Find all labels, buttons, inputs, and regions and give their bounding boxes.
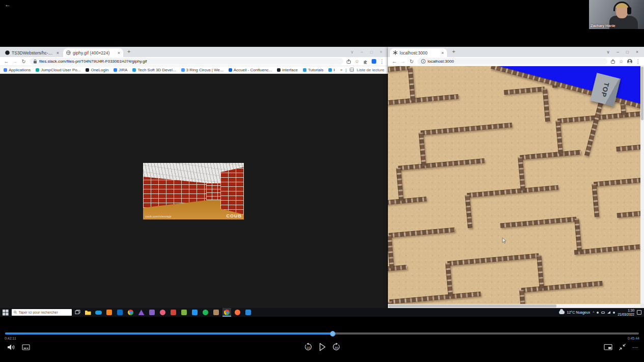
battery-icon[interactable] <box>601 312 605 314</box>
tab-giphy[interactable]: giphy.gif (400×224) × <box>63 48 123 57</box>
kebab-menu-icon[interactable]: ⋮ <box>636 59 641 64</box>
seek-handle[interactable] <box>330 331 335 337</box>
back-arrow-icon[interactable]: ← <box>5 1 11 8</box>
url-text: files.slack.com/files-pri/T04N79IJ4R-F03… <box>39 59 147 64</box>
tray-status-icon[interactable] <box>597 312 599 314</box>
task-view-icon[interactable] <box>75 310 80 315</box>
maze-3d-page[interactable]: TOP <box>388 66 644 308</box>
taskbar-app-jumpcloud[interactable] <box>105 308 114 317</box>
maximize-button[interactable]: □ <box>623 49 632 54</box>
bookmark-tutorials[interactable]: Tutorials <box>303 68 323 72</box>
maximize-button[interactable]: □ <box>367 49 376 54</box>
more-options-icon[interactable]: ⋯ <box>632 345 638 350</box>
start-button[interactable] <box>3 310 9 316</box>
exit-fullscreen-icon[interactable] <box>619 343 626 351</box>
scrollbar-thumb[interactable] <box>641 67 643 120</box>
taskbar-app-file-explorer[interactable] <box>83 308 92 317</box>
taskbar-app-app-blue[interactable] <box>244 308 253 317</box>
taskbar-app-visual-studio[interactable] <box>148 308 156 317</box>
maze-wall <box>445 263 453 297</box>
bookmark-jumpcloud-user-po[interactable]: JumpCloud User Po... <box>36 68 80 72</box>
share-icon[interactable] <box>346 59 351 64</box>
bookmark-tech-soft-3d-devel[interactable]: Tech Soft 3D Devel... <box>132 68 176 72</box>
bookmark-interface[interactable]: interface <box>277 68 298 72</box>
bookmark-star-icon[interactable]: ☆ <box>355 59 359 64</box>
play-button[interactable] <box>318 342 326 352</box>
address-bar-left[interactable]: files.slack.com/files-pri/T04N79IJ4R-F03… <box>30 58 343 65</box>
search-input[interactable] <box>18 311 70 314</box>
vertical-scrollbar[interactable] <box>640 66 644 304</box>
close-icon[interactable]: × <box>441 50 444 55</box>
bookmark-3-ring-circus-we[interactable]: 3 Ring Circus | We... <box>181 68 223 72</box>
new-tab-button[interactable]: + <box>452 48 455 54</box>
scrollbar-thumb[interactable] <box>388 304 556 308</box>
taskbar-search[interactable] <box>12 309 72 316</box>
close-icon[interactable]: × <box>118 50 120 55</box>
bookmark-onelogin[interactable]: OneLogin <box>86 68 108 72</box>
tab-localhost[interactable]: localhost:3000 × <box>390 48 447 57</box>
taskbar-app-onedrive[interactable] <box>94 308 103 317</box>
maze-wall <box>396 168 404 201</box>
bookmark-label: interface <box>282 68 298 72</box>
chevron-down-icon[interactable]: ∨ <box>347 49 357 54</box>
bookmark-applications[interactable]: Applications <box>4 68 31 72</box>
tab-github-repo[interactable]: TS3DWebsters/hc-pbr-maze × <box>2 48 62 57</box>
taskbar-app-app-pink[interactable] <box>158 308 167 317</box>
taskbar-app-chrome-active[interactable] <box>222 308 231 317</box>
browser-window-left: TS3DWebsters/hc-pbr-maze × giphy.gif (40… <box>0 47 388 308</box>
close-icon[interactable]: × <box>57 50 59 55</box>
bookmark-jira[interactable]: JIRA <box>114 68 127 72</box>
taskbar-clock[interactable]: 1:30 21/03/2022 <box>618 309 634 317</box>
bookmark-star-icon[interactable]: ☆ <box>619 59 624 64</box>
captions-icon[interactable] <box>22 344 30 351</box>
nav-back-icon[interactable]: ← <box>391 59 397 64</box>
taskbar-app-capture-tool[interactable] <box>180 308 188 317</box>
volume-tray-icon[interactable] <box>613 312 615 314</box>
reading-list-label[interactable]: Liste de lecture <box>357 68 384 72</box>
bookmarks-overflow-icon[interactable]: » <box>340 68 342 72</box>
chevron-down-icon[interactable]: ∨ <box>603 49 613 54</box>
taskbar-app-drive[interactable] <box>137 308 146 317</box>
nav-forward-icon[interactable]: → <box>400 59 406 64</box>
taskbar-app-spotify[interactable] <box>201 308 210 317</box>
firefox-icon <box>235 310 240 315</box>
weather-text[interactable]: 12°C Nuageux <box>567 311 591 314</box>
minimize-button[interactable]: – <box>357 49 367 54</box>
gif-brick-wall-right <box>220 167 244 214</box>
bookmark-accueil-confluenc[interactable]: Accueil - Confluenc... <box>229 68 272 72</box>
forward-30-icon[interactable]: 30 <box>331 343 341 351</box>
kebab-menu-icon[interactable]: ⋮ <box>380 59 385 64</box>
close-button[interactable]: × <box>376 49 386 54</box>
nav-forward-icon[interactable]: → <box>12 59 18 64</box>
taskbar-app-chrome[interactable] <box>126 308 135 317</box>
nav-back-icon[interactable]: ← <box>4 59 9 64</box>
notification-center-icon[interactable] <box>637 310 641 315</box>
new-tab-button[interactable]: + <box>127 48 130 54</box>
maze-wall <box>537 255 544 289</box>
taskbar-app-photos[interactable] <box>212 308 220 317</box>
reload-icon[interactable]: ↻ <box>21 59 26 64</box>
extensions-icon[interactable] <box>363 59 368 64</box>
network-icon[interactable] <box>607 311 610 314</box>
tray-caret-icon[interactable]: ^ <box>593 311 594 314</box>
profile-avatar-icon[interactable] <box>627 59 632 64</box>
taskbar-app-app-red[interactable] <box>169 308 178 317</box>
bookmark-label: HC Doc <box>333 68 335 72</box>
taskbar-app-firefox[interactable] <box>233 308 242 317</box>
minimize-button[interactable]: – <box>613 49 623 54</box>
address-bar-right[interactable]: localhost:3000 <box>417 58 607 65</box>
horizontal-scrollbar[interactable] <box>388 304 640 308</box>
maze-gif[interactable]: coub.com/v/worspjr COUB <box>143 163 244 219</box>
reload-icon[interactable]: ↻ <box>409 59 414 64</box>
bookmark-hc-doc[interactable]: HC Doc <box>328 68 335 72</box>
volume-icon[interactable] <box>7 344 15 351</box>
taskbar-app-outlook[interactable] <box>116 308 124 317</box>
taskbar-app-vs-code[interactable] <box>190 308 199 317</box>
info-icon <box>421 59 426 64</box>
seek-bar[interactable] <box>5 332 639 335</box>
extension-icon[interactable] <box>372 59 376 64</box>
close-button[interactable]: × <box>632 49 642 54</box>
rewind-10-icon[interactable]: 10 <box>303 343 313 351</box>
picture-in-picture-icon[interactable] <box>604 343 612 351</box>
share-icon[interactable] <box>610 59 615 64</box>
